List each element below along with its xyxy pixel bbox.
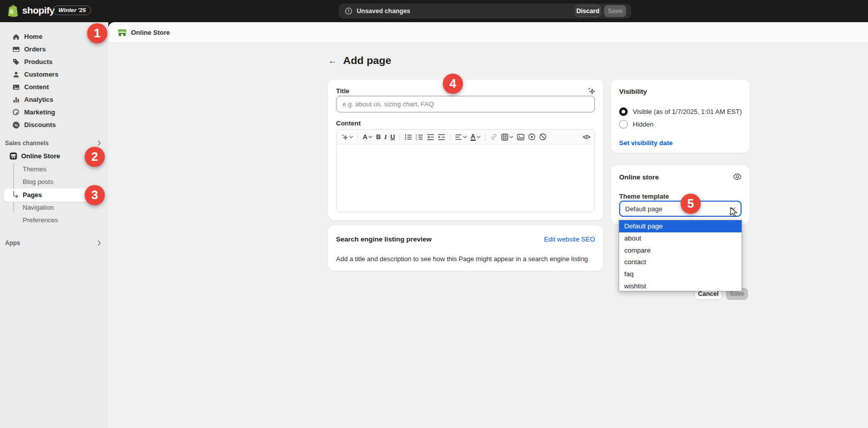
table-button[interactable] [501,132,513,142]
unsaved-changes-bar: Unsaved changes Discard Save [339,4,631,19]
blog-posts-label: Blog posts [23,178,53,186]
sidebar-item-content[interactable]: Content [0,81,108,93]
discounts-icon: % [12,121,20,129]
dropdown-option-faq[interactable]: faq [619,268,742,280]
svg-text:3: 3 [416,138,417,141]
sidebar-item-preferences[interactable]: Preferences [0,214,108,226]
title-field-label: Title [336,87,350,95]
branch-arrow-icon [13,191,20,199]
svg-text:%: % [14,123,18,128]
clear-formatting-button[interactable] [539,132,547,142]
visibility-option-hidden[interactable]: Hidden [619,120,653,129]
seo-card-title: Search engine listing preview [336,235,432,243]
online-store-card: Online store Theme template Default page [611,165,750,224]
indent-button[interactable] [438,132,445,142]
image-button[interactable] [517,132,524,142]
alignment-button[interactable] [455,132,467,142]
outdent-button[interactable] [427,132,434,142]
italic-button[interactable]: I [384,132,387,142]
sidebar-item-orders[interactable]: Orders [0,43,108,55]
dropdown-option-wishlist[interactable]: wishlist [619,280,742,292]
annotation-circle-4: 4 [443,74,463,94]
numbered-list-button[interactable]: 123 [416,132,423,142]
svg-text:S: S [10,9,13,15]
hidden-option-label: Hidden [633,120,653,128]
dropdown-option-default-page[interactable]: Default page [619,220,742,232]
radio-unselected-icon[interactable] [619,120,628,129]
editor-content-area[interactable] [337,145,594,212]
bold-button[interactable]: B [376,132,380,142]
link-button[interactable] [490,132,498,142]
radio-selected-icon[interactable] [619,107,628,116]
shopify-logo[interactable]: S shopify [7,4,54,17]
sidebar-item-label: Customers [24,71,58,78]
ai-sparkle-icon[interactable] [587,87,595,95]
apps-label: Apps [5,239,97,247]
annotation-circle-3: 3 [85,185,105,205]
video-button[interactable] [528,132,536,142]
visible-option-label: Visible (as of 1/7/2025, 1:01 AM EST) [633,108,742,115]
sidebar-section-apps[interactable]: Apps [0,237,108,249]
annotation-circle-1: 1 [87,23,107,43]
sidebar-item-pages[interactable]: Pages [4,189,94,202]
sidebar-item-label: Marketing [24,108,55,116]
theme-template-dropdown: Default page about compare contact faq w… [619,220,742,291]
theme-template-label: Theme template [619,193,669,200]
sidebar-item-products[interactable]: Products [0,55,108,68]
topbar: S shopify Winter '25 Unsaved changes Dis… [0,0,868,22]
sidebar-item-customers[interactable]: Customers [0,68,108,81]
chevron-right-icon [97,140,101,146]
preferences-label: Preferences [23,216,58,224]
sales-channels-label: Sales channels [5,140,97,147]
dropdown-option-about[interactable]: about [619,232,742,244]
sidebar-item-label: Orders [24,45,46,53]
ai-assist-button[interactable] [341,132,353,142]
sidebar-item-analytics[interactable]: Analytics [0,93,108,106]
bullet-list-button[interactable] [405,132,412,142]
sidebar-item-label: Products [24,58,52,66]
text-style-button[interactable]: A [363,132,372,142]
visibility-card: Visibility Visible (as of 1/7/2025, 1:01… [611,80,750,153]
mouse-cursor [730,207,739,217]
visibility-card-title: Visibility [619,88,647,95]
sidebar-item-discounts[interactable]: % Discounts [0,118,108,131]
code-view-button[interactable]: </> [583,134,590,141]
page-title-row: ← Add page [328,54,391,67]
dropdown-option-contact[interactable]: contact [619,256,742,268]
sidebar-item-label: Home [24,33,42,40]
chevron-down-icon [368,136,372,139]
chevron-down-icon [509,136,513,139]
back-button[interactable]: ← [328,56,337,65]
sidebar-item-label: Discounts [24,121,56,129]
seo-card: Search engine listing preview Edit websi… [328,225,603,271]
online-store-label: Online Store [21,152,60,160]
content-header-channel: Online Store [131,29,170,36]
edit-website-seo-link[interactable]: Edit website SEO [544,235,595,243]
text-color-button[interactable]: A [471,132,480,142]
annotation-circle-5: 5 [681,194,701,214]
visibility-option-visible[interactable]: Visible (as of 1/7/2025, 1:01 AM EST) [619,107,742,116]
set-visibility-date-link[interactable]: Set visibility date [619,139,673,147]
chevron-right-icon [97,240,101,246]
toolbar-divider [485,133,486,141]
chevron-down-icon [477,136,481,139]
save-button[interactable]: Save [604,5,626,17]
underline-button[interactable]: U [390,132,395,142]
editor-toolbar: A B I U 123 A [337,130,594,145]
online-store-channel-icon [117,28,127,37]
preview-eye-icon[interactable] [733,173,742,180]
dropdown-option-compare[interactable]: compare [619,244,742,256]
sidebar-item-marketing[interactable]: Marketing [0,106,108,118]
online-store-icon [9,152,17,160]
seo-card-body: Add a title and description to see how t… [336,255,588,263]
themes-label: Themes [23,165,46,173]
toolbar-divider [450,133,450,141]
content-icon [12,83,20,91]
content-header: Online Store [108,22,868,43]
analytics-bars-icon [12,96,20,104]
title-card: Title Content A B I U 123 [328,80,603,220]
discard-button[interactable]: Discard [575,5,601,17]
chevron-down-icon [349,136,353,139]
title-input[interactable] [336,96,595,112]
page-title: Add page [343,54,391,67]
